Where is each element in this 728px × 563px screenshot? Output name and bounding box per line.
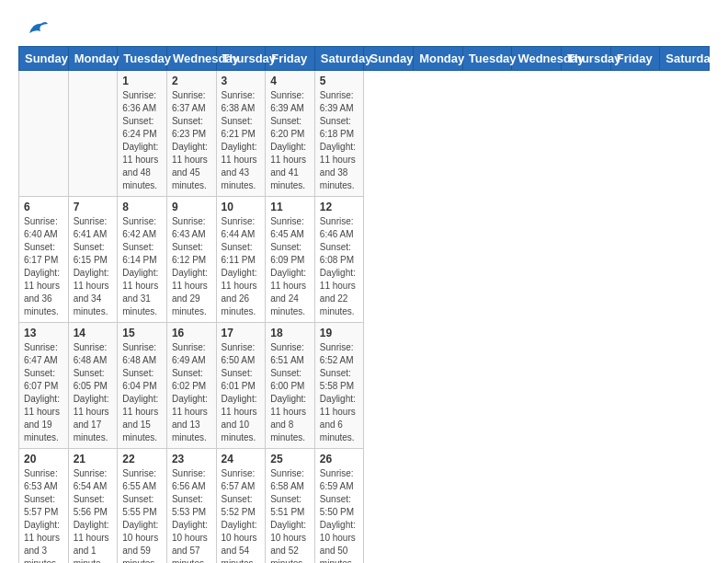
- day-number: 11: [270, 201, 310, 213]
- day-content: Sunrise: 6:56 AMSunset: 5:53 PMDaylight:…: [172, 467, 211, 563]
- calendar-cell: 3Sunrise: 6:38 AMSunset: 6:21 PMDaylight…: [216, 71, 266, 197]
- header-saturday: Saturday: [660, 47, 710, 71]
- day-content: Sunrise: 6:39 AMSunset: 6:20 PMDaylight:…: [270, 89, 310, 192]
- calendar-cell: 20Sunrise: 6:53 AMSunset: 5:57 PMDayligh…: [19, 449, 69, 564]
- day-content: Sunrise: 6:57 AMSunset: 5:52 PMDaylight:…: [222, 467, 261, 563]
- day-content: Sunrise: 6:50 AMSunset: 6:01 PMDaylight:…: [222, 341, 261, 444]
- header-day-monday: Monday: [68, 47, 118, 71]
- calendar-cell: 10Sunrise: 6:44 AMSunset: 6:11 PMDayligh…: [216, 197, 266, 323]
- day-number: 3: [222, 75, 261, 87]
- day-number: 7: [74, 201, 113, 213]
- day-content: Sunrise: 6:55 AMSunset: 5:55 PMDaylight:…: [122, 467, 162, 563]
- header-friday: Friday: [610, 47, 660, 71]
- day-content: Sunrise: 6:37 AMSunset: 6:23 PMDaylight:…: [172, 89, 211, 192]
- day-content: Sunrise: 6:58 AMSunset: 5:51 PMDaylight:…: [270, 467, 310, 563]
- calendar-table: SundayMondayTuesdayWednesdayThursdayFrid…: [18, 46, 710, 563]
- day-number: 12: [320, 201, 359, 213]
- header-day-tuesday: Tuesday: [118, 47, 167, 71]
- calendar-cell: 19Sunrise: 6:52 AMSunset: 5:58 PMDayligh…: [314, 323, 364, 449]
- calendar-cell: [19, 71, 69, 197]
- calendar-cell: 15Sunrise: 6:48 AMSunset: 6:04 PMDayligh…: [118, 323, 167, 449]
- calendar-cell: 23Sunrise: 6:56 AMSunset: 5:53 PMDayligh…: [166, 449, 216, 564]
- calendar-cell: 21Sunrise: 6:54 AMSunset: 5:56 PMDayligh…: [68, 449, 118, 564]
- calendar-cell: 12Sunrise: 6:46 AMSunset: 6:08 PMDayligh…: [314, 197, 364, 323]
- week-row-2: 6Sunrise: 6:40 AMSunset: 6:17 PMDaylight…: [19, 197, 710, 323]
- header-monday: Monday: [414, 47, 463, 71]
- day-content: Sunrise: 6:45 AMSunset: 6:09 PMDaylight:…: [270, 215, 310, 318]
- day-number: 4: [270, 75, 310, 87]
- day-number: 24: [222, 453, 261, 465]
- calendar-cell: 18Sunrise: 6:51 AMSunset: 6:00 PMDayligh…: [266, 323, 315, 449]
- calendar-cell: 17Sunrise: 6:50 AMSunset: 6:01 PMDayligh…: [216, 323, 266, 449]
- day-number: 21: [74, 453, 113, 465]
- calendar-cell: 24Sunrise: 6:57 AMSunset: 5:52 PMDayligh…: [216, 449, 266, 564]
- header-wednesday: Wednesday: [512, 47, 562, 71]
- day-content: Sunrise: 6:47 AMSunset: 6:07 PMDaylight:…: [24, 341, 63, 444]
- header-tuesday: Tuesday: [462, 47, 512, 71]
- week-row-1: 1Sunrise: 6:36 AMSunset: 6:24 PMDaylight…: [19, 71, 710, 197]
- day-content: Sunrise: 6:53 AMSunset: 5:57 PMDaylight:…: [24, 467, 63, 563]
- day-number: 20: [24, 453, 63, 465]
- calendar-cell: 25Sunrise: 6:58 AMSunset: 5:51 PMDayligh…: [266, 449, 315, 564]
- day-number: 16: [172, 327, 211, 339]
- week-row-3: 13Sunrise: 6:47 AMSunset: 6:07 PMDayligh…: [19, 323, 710, 449]
- day-content: Sunrise: 6:43 AMSunset: 6:12 PMDaylight:…: [172, 215, 211, 318]
- day-number: 1: [122, 75, 162, 87]
- day-content: Sunrise: 6:46 AMSunset: 6:08 PMDaylight:…: [320, 215, 359, 318]
- day-content: Sunrise: 6:52 AMSunset: 5:58 PMDaylight:…: [320, 341, 359, 444]
- calendar-cell: 7Sunrise: 6:41 AMSunset: 6:15 PMDaylight…: [68, 197, 118, 323]
- day-content: Sunrise: 6:39 AMSunset: 6:18 PMDaylight:…: [320, 89, 359, 192]
- header-day-sunday: Sunday: [19, 47, 69, 71]
- day-content: Sunrise: 6:38 AMSunset: 6:21 PMDaylight:…: [222, 89, 261, 192]
- day-number: 15: [122, 327, 162, 339]
- calendar-cell: 2Sunrise: 6:37 AMSunset: 6:23 PMDaylight…: [166, 71, 216, 197]
- day-number: 17: [222, 327, 261, 339]
- calendar-cell: 16Sunrise: 6:49 AMSunset: 6:02 PMDayligh…: [166, 323, 216, 449]
- day-number: 6: [24, 201, 63, 213]
- day-content: Sunrise: 6:59 AMSunset: 5:50 PMDaylight:…: [320, 467, 359, 563]
- day-number: 9: [172, 201, 211, 213]
- calendar-cell: 9Sunrise: 6:43 AMSunset: 6:12 PMDaylight…: [166, 197, 216, 323]
- day-number: 5: [320, 75, 359, 87]
- day-content: Sunrise: 6:41 AMSunset: 6:15 PMDaylight:…: [74, 215, 113, 318]
- calendar-header-row: SundayMondayTuesdayWednesdayThursdayFrid…: [19, 47, 710, 71]
- calendar-cell: [68, 71, 118, 197]
- day-number: 26: [320, 453, 359, 465]
- day-content: Sunrise: 6:40 AMSunset: 6:17 PMDaylight:…: [24, 215, 63, 318]
- header-day-wednesday: Wednesday: [166, 47, 216, 71]
- day-number: 23: [172, 453, 211, 465]
- calendar-cell: 4Sunrise: 6:39 AMSunset: 6:20 PMDaylight…: [266, 71, 315, 197]
- calendar-cell: 13Sunrise: 6:47 AMSunset: 6:07 PMDayligh…: [19, 323, 69, 449]
- day-content: Sunrise: 6:48 AMSunset: 6:05 PMDaylight:…: [74, 341, 113, 444]
- header-day-friday: Friday: [266, 47, 315, 71]
- page-header: [18, 15, 710, 42]
- day-content: Sunrise: 6:44 AMSunset: 6:11 PMDaylight:…: [222, 215, 261, 318]
- day-number: 14: [74, 327, 113, 339]
- calendar-cell: 22Sunrise: 6:55 AMSunset: 5:55 PMDayligh…: [118, 449, 167, 564]
- calendar-cell: 8Sunrise: 6:42 AMSunset: 6:14 PMDaylight…: [118, 197, 167, 323]
- week-row-4: 20Sunrise: 6:53 AMSunset: 5:57 PMDayligh…: [19, 449, 710, 564]
- day-content: Sunrise: 6:49 AMSunset: 6:02 PMDaylight:…: [172, 341, 211, 444]
- day-number: 10: [222, 201, 261, 213]
- day-content: Sunrise: 6:42 AMSunset: 6:14 PMDaylight:…: [122, 215, 162, 318]
- header-day-saturday: Saturday: [314, 47, 364, 71]
- calendar-cell: 5Sunrise: 6:39 AMSunset: 6:18 PMDaylight…: [314, 71, 364, 197]
- calendar-cell: 26Sunrise: 6:59 AMSunset: 5:50 PMDayligh…: [314, 449, 364, 564]
- day-number: 18: [270, 327, 310, 339]
- day-number: 2: [172, 75, 211, 87]
- header-thursday: Thursday: [562, 47, 611, 71]
- day-number: 13: [24, 327, 63, 339]
- header-sunday: Sunday: [364, 47, 414, 71]
- day-number: 19: [320, 327, 359, 339]
- day-number: 22: [122, 453, 162, 465]
- day-number: 8: [122, 201, 162, 213]
- logo-bird-icon: [22, 15, 50, 42]
- header-day-thursday: Thursday: [216, 47, 266, 71]
- day-content: Sunrise: 6:48 AMSunset: 6:04 PMDaylight:…: [122, 341, 162, 444]
- day-content: Sunrise: 6:51 AMSunset: 6:00 PMDaylight:…: [270, 341, 310, 444]
- day-content: Sunrise: 6:36 AMSunset: 6:24 PMDaylight:…: [122, 89, 162, 192]
- calendar-cell: 11Sunrise: 6:45 AMSunset: 6:09 PMDayligh…: [266, 197, 315, 323]
- calendar-cell: 14Sunrise: 6:48 AMSunset: 6:05 PMDayligh…: [68, 323, 118, 449]
- calendar-cell: 1Sunrise: 6:36 AMSunset: 6:24 PMDaylight…: [118, 71, 167, 197]
- day-number: 25: [270, 453, 310, 465]
